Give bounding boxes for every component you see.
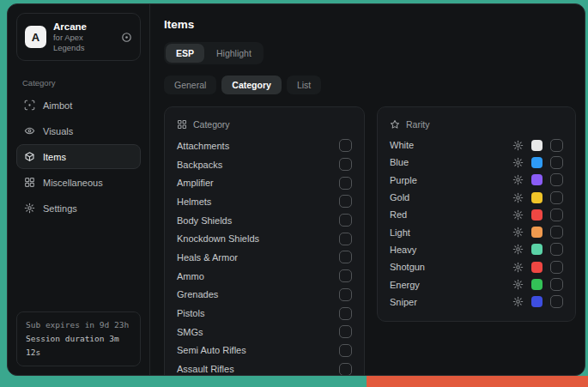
rarity-row-label: Light bbox=[390, 227, 410, 238]
category-checkbox[interactable] bbox=[339, 344, 352, 357]
app-subtitle: for Apex Legends bbox=[53, 33, 114, 53]
sidebar-item-items[interactable]: Items bbox=[16, 144, 141, 169]
category-row-label: Pistols bbox=[177, 308, 204, 318]
rarity-color-swatch[interactable] bbox=[531, 140, 543, 151]
circle-dot-icon[interactable] bbox=[121, 32, 132, 43]
rarity-checkbox[interactable] bbox=[550, 191, 563, 204]
rarity-row-label: Blue bbox=[390, 157, 409, 167]
category-checkbox[interactable] bbox=[339, 214, 352, 227]
rarity-row-shotgun: Shotgun bbox=[390, 258, 563, 275]
rarity-settings-gear-icon[interactable] bbox=[512, 227, 524, 238]
app-title: Arcane bbox=[53, 21, 114, 33]
category-checkbox[interactable] bbox=[339, 233, 352, 245]
category-row-label: Grenades bbox=[177, 289, 218, 299]
category-row-label: Semi Auto Rifles bbox=[177, 345, 246, 355]
category-row-heals-armor: Heals & Armor bbox=[177, 248, 352, 267]
rarity-row-label: Red bbox=[390, 209, 407, 220]
rarity-settings-gear-icon[interactable] bbox=[512, 296, 524, 307]
mode-esp-button[interactable]: ESP bbox=[166, 44, 204, 63]
sidebar-item-settings[interactable]: Settings bbox=[16, 196, 141, 221]
rarity-checkbox[interactable] bbox=[550, 295, 563, 308]
rarity-color-swatch[interactable] bbox=[531, 296, 543, 307]
rarity-panel: Rarity White Blue Purple Gold Red bbox=[377, 106, 576, 322]
rarity-checkbox[interactable] bbox=[550, 173, 563, 186]
rarity-row-label: Shotgun bbox=[390, 262, 425, 272]
category-row-label: SMGs bbox=[177, 327, 203, 337]
rarity-row-label: Gold bbox=[390, 192, 409, 203]
category-panel-title: Category bbox=[193, 119, 230, 130]
rarity-row-sniper: Sniper bbox=[390, 293, 563, 311]
rarity-checkbox[interactable] bbox=[550, 226, 563, 239]
category-row-semi-auto-rifles: Semi Auto Rifles bbox=[177, 342, 352, 360]
rarity-color-swatch[interactable] bbox=[531, 227, 543, 238]
rarity-color-swatch[interactable] bbox=[531, 244, 543, 255]
category-checkbox[interactable] bbox=[339, 325, 352, 338]
category-row-ammo: Ammo bbox=[177, 267, 352, 286]
category-checkbox[interactable] bbox=[339, 139, 352, 152]
rarity-color-swatch[interactable] bbox=[531, 192, 543, 203]
category-checkbox[interactable] bbox=[339, 195, 352, 208]
package-icon bbox=[24, 151, 35, 162]
sidebar-item-label: Items bbox=[43, 152, 66, 162]
category-row-helmets: Helmets bbox=[177, 192, 352, 211]
star-icon bbox=[390, 119, 400, 130]
rarity-color-swatch[interactable] bbox=[531, 157, 543, 168]
tab-category[interactable]: Category bbox=[221, 76, 282, 94]
category-checkbox[interactable] bbox=[339, 158, 352, 171]
category-checkbox[interactable] bbox=[339, 177, 352, 190]
rarity-row-energy: Energy bbox=[390, 275, 563, 293]
rarity-settings-gear-icon[interactable] bbox=[512, 209, 524, 221]
category-checkbox[interactable] bbox=[339, 363, 352, 376]
gear-icon bbox=[24, 203, 35, 214]
rarity-settings-gear-icon[interactable] bbox=[512, 244, 524, 255]
rarity-settings-gear-icon[interactable] bbox=[512, 279, 524, 290]
rarity-settings-gear-icon[interactable] bbox=[512, 140, 524, 151]
sidebar-item-miscellaneous[interactable]: Miscellaneous bbox=[16, 170, 141, 195]
category-row-label: Backpacks bbox=[177, 160, 222, 170]
rarity-row-label: Purple bbox=[390, 175, 417, 185]
rarity-color-swatch[interactable] bbox=[531, 174, 543, 185]
grid-dashed-icon bbox=[177, 119, 187, 130]
category-row-knockdown-shields: Knockdown Shields bbox=[177, 229, 352, 248]
category-row-assault-rifles: Assault Rifles bbox=[177, 360, 352, 376]
tab-general[interactable]: General bbox=[164, 76, 216, 94]
eye-icon bbox=[24, 125, 35, 136]
rarity-settings-gear-icon[interactable] bbox=[512, 157, 524, 168]
rarity-panel-title: Rarity bbox=[406, 119, 429, 130]
sidebar-nav: Aimbot Visuals Items Miscellaneous Setti… bbox=[8, 93, 149, 221]
category-checkbox[interactable] bbox=[339, 269, 352, 282]
tab-list[interactable]: List bbox=[287, 76, 321, 94]
category-row-backpacks: Backpacks bbox=[177, 155, 352, 174]
rarity-row-label: Heavy bbox=[390, 245, 416, 255]
rarity-checkbox[interactable] bbox=[550, 139, 563, 152]
rarity-checkbox[interactable] bbox=[550, 209, 563, 221]
sidebar-item-label: Miscellaneous bbox=[43, 178, 103, 188]
rarity-checkbox[interactable] bbox=[550, 156, 563, 169]
rarity-row-gold: Gold bbox=[390, 189, 563, 206]
rarity-checkbox[interactable] bbox=[550, 278, 563, 291]
subscription-status-card: Sub expires in 9d 23h Session duration 3… bbox=[16, 311, 141, 366]
category-row-label: Knockdown Shields bbox=[177, 233, 259, 244]
sidebar-item-aimbot[interactable]: Aimbot bbox=[16, 93, 141, 118]
sidebar-item-visuals[interactable]: Visuals bbox=[16, 118, 141, 143]
rarity-settings-gear-icon[interactable] bbox=[512, 174, 524, 185]
rarity-row-blue: Blue bbox=[390, 154, 563, 171]
rarity-settings-gear-icon[interactable] bbox=[512, 192, 524, 203]
session-duration-text: Session duration 3m 12s bbox=[26, 332, 131, 360]
category-checkbox[interactable] bbox=[339, 307, 352, 320]
category-checkbox[interactable] bbox=[339, 288, 352, 301]
rarity-checkbox[interactable] bbox=[550, 261, 563, 274]
category-checkbox[interactable] bbox=[339, 251, 352, 263]
rarity-color-swatch[interactable] bbox=[531, 279, 543, 290]
rarity-checkbox[interactable] bbox=[550, 243, 563, 256]
rarity-row-light: Light bbox=[390, 223, 563, 240]
page-title: Items bbox=[164, 18, 576, 31]
category-row-grenades: Grenades bbox=[177, 286, 352, 305]
rarity-color-swatch[interactable] bbox=[531, 209, 543, 221]
mode-highlight-button[interactable]: Highlight bbox=[206, 44, 262, 63]
rarity-color-swatch[interactable] bbox=[531, 262, 543, 273]
rarity-settings-gear-icon[interactable] bbox=[512, 262, 524, 273]
arcane-window: A Arcane for Apex Legends Category Aimbo… bbox=[7, 3, 585, 376]
category-row-label: Amplifier bbox=[177, 178, 214, 188]
category-row-label: Assault Rifles bbox=[177, 364, 234, 374]
